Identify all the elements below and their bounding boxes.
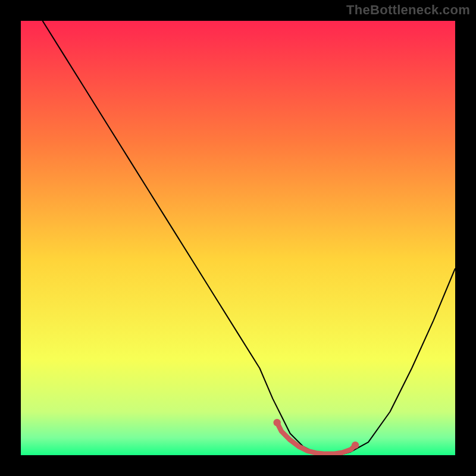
chart-frame: TheBottleneck.com	[0, 0, 476, 476]
plot-area	[21, 21, 455, 455]
optimal-range-start-dot	[273, 419, 280, 426]
gradient-background	[21, 21, 455, 455]
watermark-text: TheBottleneck.com	[346, 2, 470, 18]
optimal-range-end-dot	[352, 441, 359, 449]
chart-svg	[21, 21, 455, 455]
